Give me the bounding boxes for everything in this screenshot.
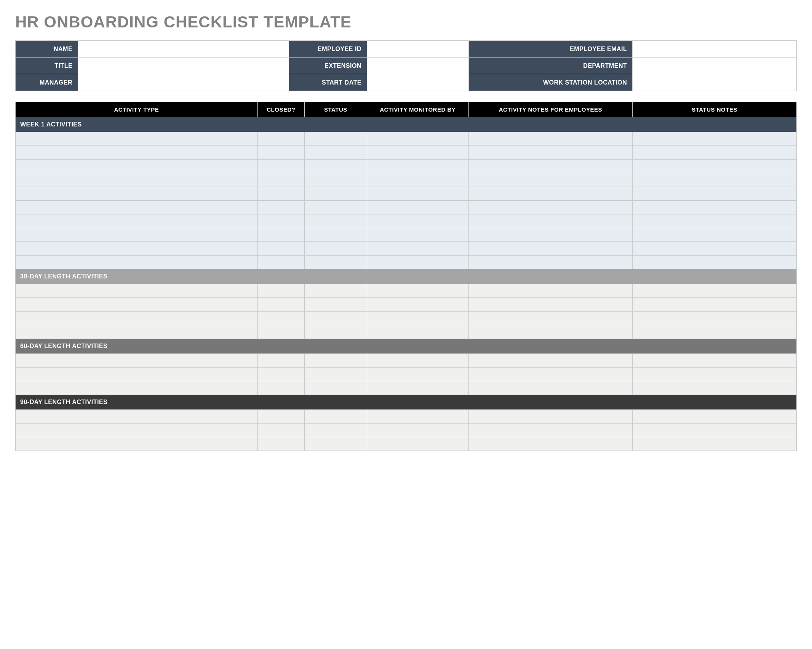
cell-monitored-by[interactable] [367, 160, 468, 173]
info-value[interactable] [78, 74, 289, 91]
cell-monitored-by[interactable] [367, 146, 468, 160]
cell-notes[interactable] [468, 160, 633, 173]
cell-closed[interactable] [257, 173, 304, 187]
cell-monitored-by[interactable] [367, 325, 468, 339]
cell-status[interactable] [304, 424, 367, 437]
cell-status-notes[interactable] [633, 312, 797, 325]
cell-status-notes[interactable] [633, 201, 797, 214]
cell-status-notes[interactable] [633, 187, 797, 201]
cell-activity-type[interactable] [16, 424, 258, 437]
cell-closed[interactable] [257, 201, 304, 214]
cell-closed[interactable] [257, 424, 304, 437]
cell-status-notes[interactable] [633, 437, 797, 451]
cell-status-notes[interactable] [633, 410, 797, 424]
cell-closed[interactable] [257, 368, 304, 381]
cell-status-notes[interactable] [633, 381, 797, 395]
cell-status[interactable] [304, 368, 367, 381]
cell-activity-type[interactable] [16, 298, 258, 312]
cell-monitored-by[interactable] [367, 214, 468, 228]
cell-monitored-by[interactable] [367, 368, 468, 381]
cell-status[interactable] [304, 381, 367, 395]
cell-monitored-by[interactable] [367, 437, 468, 451]
cell-monitored-by[interactable] [367, 410, 468, 424]
cell-status-notes[interactable] [633, 146, 797, 160]
cell-status[interactable] [304, 354, 367, 368]
cell-notes[interactable] [468, 381, 633, 395]
cell-activity-type[interactable] [16, 381, 258, 395]
cell-notes[interactable] [468, 424, 633, 437]
cell-monitored-by[interactable] [367, 228, 468, 242]
cell-monitored-by[interactable] [367, 132, 468, 146]
cell-closed[interactable] [257, 437, 304, 451]
cell-activity-type[interactable] [16, 256, 258, 269]
info-value[interactable] [78, 58, 289, 74]
cell-closed[interactable] [257, 284, 304, 298]
cell-closed[interactable] [257, 187, 304, 201]
info-value[interactable] [78, 41, 289, 58]
cell-activity-type[interactable] [16, 160, 258, 173]
cell-notes[interactable] [468, 437, 633, 451]
cell-status-notes[interactable] [633, 256, 797, 269]
cell-notes[interactable] [468, 354, 633, 368]
cell-monitored-by[interactable] [367, 187, 468, 201]
cell-activity-type[interactable] [16, 410, 258, 424]
cell-monitored-by[interactable] [367, 298, 468, 312]
cell-monitored-by[interactable] [367, 424, 468, 437]
info-value[interactable] [633, 41, 797, 58]
cell-status[interactable] [304, 201, 367, 214]
cell-activity-type[interactable] [16, 201, 258, 214]
cell-notes[interactable] [468, 298, 633, 312]
cell-closed[interactable] [257, 410, 304, 424]
cell-status[interactable] [304, 132, 367, 146]
cell-activity-type[interactable] [16, 173, 258, 187]
cell-closed[interactable] [257, 325, 304, 339]
cell-monitored-by[interactable] [367, 201, 468, 214]
cell-activity-type[interactable] [16, 132, 258, 146]
cell-status[interactable] [304, 173, 367, 187]
cell-closed[interactable] [257, 146, 304, 160]
cell-notes[interactable] [468, 410, 633, 424]
cell-notes[interactable] [468, 214, 633, 228]
cell-status[interactable] [304, 410, 367, 424]
cell-status-notes[interactable] [633, 214, 797, 228]
cell-notes[interactable] [468, 325, 633, 339]
cell-activity-type[interactable] [16, 312, 258, 325]
cell-activity-type[interactable] [16, 187, 258, 201]
cell-closed[interactable] [257, 160, 304, 173]
cell-activity-type[interactable] [16, 146, 258, 160]
cell-status-notes[interactable] [633, 368, 797, 381]
cell-activity-type[interactable] [16, 437, 258, 451]
cell-monitored-by[interactable] [367, 242, 468, 256]
cell-notes[interactable] [468, 284, 633, 298]
cell-activity-type[interactable] [16, 368, 258, 381]
cell-monitored-by[interactable] [367, 173, 468, 187]
cell-activity-type[interactable] [16, 284, 258, 298]
cell-status-notes[interactable] [633, 228, 797, 242]
info-value[interactable] [633, 74, 797, 91]
cell-monitored-by[interactable] [367, 256, 468, 269]
cell-closed[interactable] [257, 242, 304, 256]
cell-closed[interactable] [257, 256, 304, 269]
cell-status[interactable] [304, 146, 367, 160]
cell-status[interactable] [304, 312, 367, 325]
cell-status[interactable] [304, 325, 367, 339]
cell-notes[interactable] [468, 201, 633, 214]
cell-closed[interactable] [257, 228, 304, 242]
cell-status-notes[interactable] [633, 354, 797, 368]
cell-closed[interactable] [257, 298, 304, 312]
cell-activity-type[interactable] [16, 242, 258, 256]
cell-activity-type[interactable] [16, 228, 258, 242]
cell-closed[interactable] [257, 381, 304, 395]
cell-notes[interactable] [468, 173, 633, 187]
cell-status[interactable] [304, 214, 367, 228]
info-value[interactable] [367, 41, 468, 58]
info-value[interactable] [367, 74, 468, 91]
cell-status-notes[interactable] [633, 298, 797, 312]
cell-status-notes[interactable] [633, 284, 797, 298]
cell-status[interactable] [304, 187, 367, 201]
cell-status[interactable] [304, 284, 367, 298]
cell-status[interactable] [304, 228, 367, 242]
cell-status[interactable] [304, 437, 367, 451]
cell-closed[interactable] [257, 132, 304, 146]
cell-status-notes[interactable] [633, 424, 797, 437]
